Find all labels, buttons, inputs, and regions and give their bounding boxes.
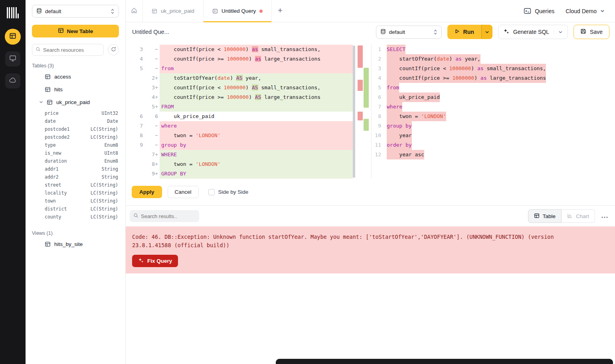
views-header: Views (1): [32, 230, 119, 236]
chevron-down-icon: [600, 9, 605, 13]
refresh-button[interactable]: [108, 44, 119, 55]
diff-line: 4+ countIf(price >= 1000000) AS large_tr…: [132, 92, 353, 102]
generate-sql-caret[interactable]: [554, 30, 563, 34]
chevron-down-icon: [39, 100, 43, 104]
diff-pane: 3− countIf(price < 1000000) as small_tra…: [132, 45, 353, 179]
diff-line: 9+GROUP BY: [132, 169, 353, 179]
view-item-hits_by_site[interactable]: hits_by_site: [32, 238, 119, 250]
diff-line: 5−from: [132, 64, 353, 73]
table-icon: [45, 74, 51, 80]
play-icon: [455, 29, 460, 35]
save-button[interactable]: Save: [573, 25, 609, 39]
preview-line: 9group by: [372, 121, 615, 131]
diff-line: 7+WHERE: [132, 150, 353, 159]
resource-search[interactable]: [32, 44, 104, 56]
preview-line: 11order by: [372, 140, 615, 150]
database-selector[interactable]: default: [32, 5, 119, 18]
query-tab-icon: [212, 8, 218, 14]
column-row: streetLC(String): [45, 181, 118, 189]
column-row: postcode2LC(String): [45, 133, 118, 141]
diff-line: 8+ twon = 'LONDON': [132, 159, 353, 169]
results-search-input[interactable]: [141, 213, 196, 219]
side-by-side-checkbox[interactable]: [208, 189, 215, 195]
diff-line: 8− twon = 'LONDON': [132, 131, 353, 140]
columns-list: priceUInt32dateDatepostcode1LC(String)po…: [32, 108, 119, 223]
column-row: districtLC(String): [45, 205, 118, 213]
unsaved-changes-dot: [259, 10, 263, 13]
resource-search-input[interactable]: [43, 47, 100, 53]
preview-line: 4 countIf(price >= 1000000) as large_tra…: [372, 73, 615, 83]
preview-line: 10 year: [372, 131, 615, 140]
table-item-access[interactable]: access: [32, 70, 119, 83]
column-row: typeEnum8: [45, 141, 118, 149]
run-options-caret[interactable]: [481, 25, 492, 39]
diff-line: 66 uk_price_paid: [132, 112, 353, 121]
diff-line: 5+FROM: [132, 102, 353, 112]
column-row: dateDate: [45, 117, 118, 125]
new-tab-button[interactable]: [272, 0, 289, 22]
tables-list: accesshitsuk_price_paidpriceUInt32dateDa…: [32, 70, 119, 223]
fix-query-button[interactable]: Fix Query: [132, 255, 178, 267]
save-icon: [580, 28, 586, 35]
table-view-button[interactable]: Table: [528, 209, 562, 223]
table-item-uk_price_paid[interactable]: uk_price_paid: [32, 96, 119, 108]
view-name: hits_by_site: [54, 241, 83, 247]
scrollbar-thumb[interactable]: [353, 45, 355, 178]
rail-console-button[interactable]: [5, 51, 20, 67]
database-selector-value: default: [45, 8, 61, 14]
account-menu[interactable]: Cloud Demo: [566, 8, 605, 14]
toolbar-database-selector[interactable]: default: [376, 26, 442, 39]
apply-button[interactable]: Apply: [132, 186, 162, 198]
tab-bar: uk_price_paid Untitled Query: [126, 0, 615, 22]
preview-line: 8 twon = 'LONDON': [372, 112, 615, 121]
preview-line: 1SELECT: [372, 45, 615, 54]
chart-view-button[interactable]: Chart: [562, 209, 595, 223]
error-message: Code: 46. DB::Exception: Unknown functio…: [132, 233, 571, 250]
preview-line: 3 countIf(price < 1000000) as small_tran…: [372, 64, 615, 73]
more-options-button[interactable]: [600, 212, 609, 220]
column-row: priceUInt32: [45, 109, 118, 117]
table-icon: [47, 99, 53, 105]
table-icon: [45, 241, 51, 247]
tab-untitled-query[interactable]: Untitled Query: [203, 0, 272, 22]
table-icon: [152, 8, 157, 14]
new-table-button[interactable]: New Table: [32, 25, 119, 37]
clickhouse-logo-icon: [7, 7, 19, 18]
diff-actions: Apply Cancel Side by Side: [126, 179, 615, 198]
results-toolbar: Table Chart: [126, 205, 615, 226]
preview-line: 6 uk_price_paid: [372, 92, 615, 102]
preview-line: 2 startOfYear(date) as year,: [372, 54, 615, 64]
rail-tables-button[interactable]: [5, 29, 21, 45]
run-button[interactable]: Run: [447, 25, 492, 39]
side-by-side-toggle[interactable]: Side by Side: [208, 189, 249, 195]
error-banner: Code: 46. DB::Exception: Unknown functio…: [126, 226, 615, 273]
column-row: countyLC(String): [45, 213, 118, 221]
rail: [0, 0, 26, 364]
ellipsis-icon: [601, 212, 608, 220]
rail-cloud-button[interactable]: [5, 73, 20, 89]
cancel-button[interactable]: Cancel: [168, 186, 199, 198]
refresh-icon: [111, 46, 116, 53]
query-title: Untitled Que...: [132, 29, 169, 35]
database-icon: [380, 29, 386, 35]
table-icon: [9, 32, 16, 41]
sparkles-icon: [503, 28, 509, 35]
diff-line: 9−group by: [132, 140, 353, 150]
table-item-hits[interactable]: hits: [32, 83, 119, 96]
sparkles-icon: [138, 258, 144, 264]
column-row: durationEnum8: [45, 157, 118, 165]
cloud-icon: [9, 77, 17, 85]
results-search[interactable]: [130, 210, 199, 222]
generate-sql-button[interactable]: Generate SQL: [498, 25, 568, 39]
diff-line: 2+ toStartOfYear(date) AS year,: [132, 73, 353, 83]
app: default New Table Tab: [0, 0, 615, 364]
views-list: hits_by_site: [32, 238, 119, 250]
column-row: townLC(String): [45, 197, 118, 205]
monitor-icon: [9, 55, 16, 63]
tab-uk-price-paid[interactable]: uk_price_paid: [142, 0, 203, 22]
home-tab[interactable]: [126, 0, 142, 22]
diff-line: 4− countIf(price >= 1000000) as large_tr…: [132, 54, 353, 64]
queries-button[interactable]: Queries: [524, 8, 554, 14]
column-row: addr1String: [45, 165, 118, 173]
queries-icon: [524, 8, 531, 14]
